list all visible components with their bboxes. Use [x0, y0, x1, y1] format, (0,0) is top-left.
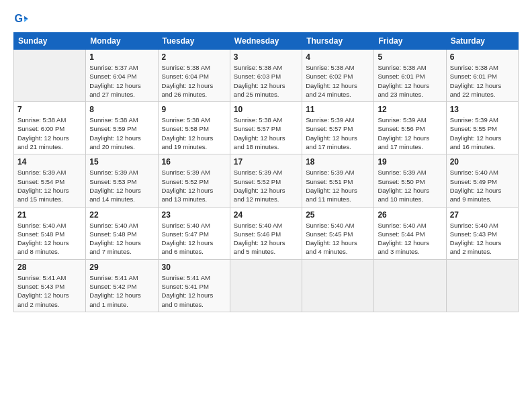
logo: G: [13, 12, 31, 27]
calendar-cell: 20Sunrise: 5:40 AM Sunset: 5:49 PM Dayli…: [446, 154, 518, 207]
day-info: Sunrise: 5:38 AM Sunset: 6:03 PM Dayligh…: [234, 63, 298, 99]
day-number: 18: [306, 157, 370, 167]
calendar-cell: 24Sunrise: 5:40 AM Sunset: 5:46 PM Dayli…: [230, 207, 302, 259]
weekday-header: Tuesday: [158, 33, 230, 50]
calendar-cell: [446, 259, 518, 312]
calendar-table: SundayMondayTuesdayWednesdayThursdayFrid…: [13, 32, 519, 312]
day-info: Sunrise: 5:38 AM Sunset: 6:01 PM Dayligh…: [378, 63, 442, 99]
day-number: 7: [17, 105, 82, 114]
calendar-cell: 10Sunrise: 5:38 AM Sunset: 5:57 PM Dayli…: [230, 102, 302, 154]
day-number: 25: [306, 210, 370, 220]
calendar-cell: 27Sunrise: 5:40 AM Sunset: 5:43 PM Dayli…: [446, 207, 518, 259]
day-number: 10: [234, 105, 298, 114]
calendar-cell: 23Sunrise: 5:40 AM Sunset: 5:47 PM Dayli…: [158, 207, 230, 259]
day-number: 5: [378, 52, 442, 62]
day-info: Sunrise: 5:38 AM Sunset: 6:01 PM Dayligh…: [450, 63, 515, 99]
calendar-cell: 18Sunrise: 5:39 AM Sunset: 5:51 PM Dayli…: [302, 154, 374, 207]
day-number: 29: [89, 263, 154, 272]
day-number: 6: [450, 52, 515, 62]
day-number: 8: [89, 105, 154, 114]
day-number: 26: [378, 210, 442, 220]
logo-icon: G: [13, 12, 28, 27]
calendar-cell: 28Sunrise: 5:41 AM Sunset: 5:43 PM Dayli…: [14, 259, 86, 312]
day-number: 1: [89, 52, 154, 62]
day-number: 16: [162, 157, 226, 167]
calendar-week-row: 28Sunrise: 5:41 AM Sunset: 5:43 PM Dayli…: [14, 259, 519, 312]
day-info: Sunrise: 5:38 AM Sunset: 6:04 PM Dayligh…: [162, 63, 226, 99]
calendar-cell: 8Sunrise: 5:38 AM Sunset: 5:59 PM Daylig…: [86, 102, 158, 154]
calendar-cell: [302, 259, 374, 312]
calendar-week-row: 7Sunrise: 5:38 AM Sunset: 6:00 PM Daylig…: [14, 102, 519, 154]
day-info: Sunrise: 5:39 AM Sunset: 5:52 PM Dayligh…: [234, 168, 298, 203]
day-number: 14: [17, 157, 82, 167]
weekday-header: Thursday: [302, 33, 374, 50]
day-number: 13: [450, 105, 515, 114]
day-number: 20: [450, 157, 515, 167]
day-info: Sunrise: 5:39 AM Sunset: 5:52 PM Dayligh…: [162, 168, 226, 203]
calendar-cell: 22Sunrise: 5:40 AM Sunset: 5:48 PM Dayli…: [86, 207, 158, 259]
calendar-cell: 16Sunrise: 5:39 AM Sunset: 5:52 PM Dayli…: [158, 154, 230, 207]
day-info: Sunrise: 5:41 AM Sunset: 5:43 PM Dayligh…: [17, 273, 82, 309]
calendar-cell: 12Sunrise: 5:39 AM Sunset: 5:56 PM Dayli…: [374, 102, 446, 154]
calendar-week-row: 14Sunrise: 5:39 AM Sunset: 5:54 PM Dayli…: [14, 154, 519, 207]
day-number: 4: [306, 52, 370, 62]
day-number: 12: [378, 105, 442, 114]
calendar-cell: [230, 259, 302, 312]
day-number: 19: [378, 157, 442, 167]
day-info: Sunrise: 5:38 AM Sunset: 5:57 PM Dayligh…: [234, 116, 298, 151]
calendar-cell: 9Sunrise: 5:38 AM Sunset: 5:58 PM Daylig…: [158, 102, 230, 154]
day-info: Sunrise: 5:39 AM Sunset: 5:55 PM Dayligh…: [450, 116, 515, 151]
day-info: Sunrise: 5:38 AM Sunset: 5:59 PM Dayligh…: [89, 116, 154, 151]
svg-marker-1: [24, 16, 28, 19]
page-header: G: [13, 12, 519, 27]
calendar-cell: 6Sunrise: 5:38 AM Sunset: 6:01 PM Daylig…: [446, 50, 518, 102]
weekday-header: Saturday: [446, 33, 518, 50]
weekday-header: Monday: [86, 33, 158, 50]
calendar-header-row: SundayMondayTuesdayWednesdayThursdayFrid…: [14, 33, 519, 50]
day-info: Sunrise: 5:40 AM Sunset: 5:46 PM Dayligh…: [234, 221, 298, 257]
day-number: 22: [89, 210, 154, 220]
weekday-header: Friday: [374, 33, 446, 50]
day-info: Sunrise: 5:40 AM Sunset: 5:43 PM Dayligh…: [450, 221, 515, 257]
calendar-cell: 7Sunrise: 5:38 AM Sunset: 6:00 PM Daylig…: [14, 102, 86, 154]
calendar-cell: 13Sunrise: 5:39 AM Sunset: 5:55 PM Dayli…: [446, 102, 518, 154]
calendar-cell: 19Sunrise: 5:39 AM Sunset: 5:50 PM Dayli…: [374, 154, 446, 207]
day-info: Sunrise: 5:38 AM Sunset: 6:00 PM Dayligh…: [17, 116, 82, 151]
calendar-cell: 3Sunrise: 5:38 AM Sunset: 6:03 PM Daylig…: [230, 50, 302, 102]
day-number: 11: [306, 105, 370, 114]
day-info: Sunrise: 5:41 AM Sunset: 5:41 PM Dayligh…: [162, 273, 226, 309]
calendar-week-row: 1Sunrise: 5:37 AM Sunset: 6:04 PM Daylig…: [14, 50, 519, 102]
day-info: Sunrise: 5:40 AM Sunset: 5:47 PM Dayligh…: [162, 221, 226, 257]
calendar-cell: 29Sunrise: 5:41 AM Sunset: 5:42 PM Dayli…: [86, 259, 158, 312]
svg-text:G: G: [14, 12, 23, 24]
calendar-cell: 17Sunrise: 5:39 AM Sunset: 5:52 PM Dayli…: [230, 154, 302, 207]
svg-marker-2: [24, 19, 28, 21]
day-info: Sunrise: 5:39 AM Sunset: 5:57 PM Dayligh…: [306, 116, 370, 151]
calendar-cell: 4Sunrise: 5:38 AM Sunset: 6:02 PM Daylig…: [302, 50, 374, 102]
day-info: Sunrise: 5:39 AM Sunset: 5:50 PM Dayligh…: [378, 168, 442, 203]
calendar-cell: [14, 50, 86, 102]
day-number: 23: [162, 210, 226, 220]
day-info: Sunrise: 5:38 AM Sunset: 5:58 PM Dayligh…: [162, 116, 226, 151]
calendar-week-row: 21Sunrise: 5:40 AM Sunset: 5:48 PM Dayli…: [14, 207, 519, 259]
day-info: Sunrise: 5:40 AM Sunset: 5:44 PM Dayligh…: [378, 221, 442, 257]
day-info: Sunrise: 5:40 AM Sunset: 5:49 PM Dayligh…: [450, 168, 515, 203]
calendar-cell: 1Sunrise: 5:37 AM Sunset: 6:04 PM Daylig…: [86, 50, 158, 102]
calendar-cell: 30Sunrise: 5:41 AM Sunset: 5:41 PM Dayli…: [158, 259, 230, 312]
day-number: 24: [234, 210, 298, 220]
day-info: Sunrise: 5:40 AM Sunset: 5:48 PM Dayligh…: [89, 221, 154, 257]
day-info: Sunrise: 5:39 AM Sunset: 5:56 PM Dayligh…: [378, 116, 442, 151]
day-info: Sunrise: 5:41 AM Sunset: 5:42 PM Dayligh…: [89, 273, 154, 309]
calendar-cell: 25Sunrise: 5:40 AM Sunset: 5:45 PM Dayli…: [302, 207, 374, 259]
calendar-cell: 11Sunrise: 5:39 AM Sunset: 5:57 PM Dayli…: [302, 102, 374, 154]
calendar-cell: 15Sunrise: 5:39 AM Sunset: 5:53 PM Dayli…: [86, 154, 158, 207]
day-number: 2: [162, 52, 226, 62]
day-info: Sunrise: 5:38 AM Sunset: 6:02 PM Dayligh…: [306, 63, 370, 99]
day-info: Sunrise: 5:39 AM Sunset: 5:54 PM Dayligh…: [17, 168, 82, 203]
day-number: 28: [17, 263, 82, 272]
day-info: Sunrise: 5:37 AM Sunset: 6:04 PM Dayligh…: [89, 63, 154, 99]
calendar-cell: 5Sunrise: 5:38 AM Sunset: 6:01 PM Daylig…: [374, 50, 446, 102]
day-number: 9: [162, 105, 226, 114]
calendar-cell: [374, 259, 446, 312]
calendar-cell: 26Sunrise: 5:40 AM Sunset: 5:44 PM Dayli…: [374, 207, 446, 259]
